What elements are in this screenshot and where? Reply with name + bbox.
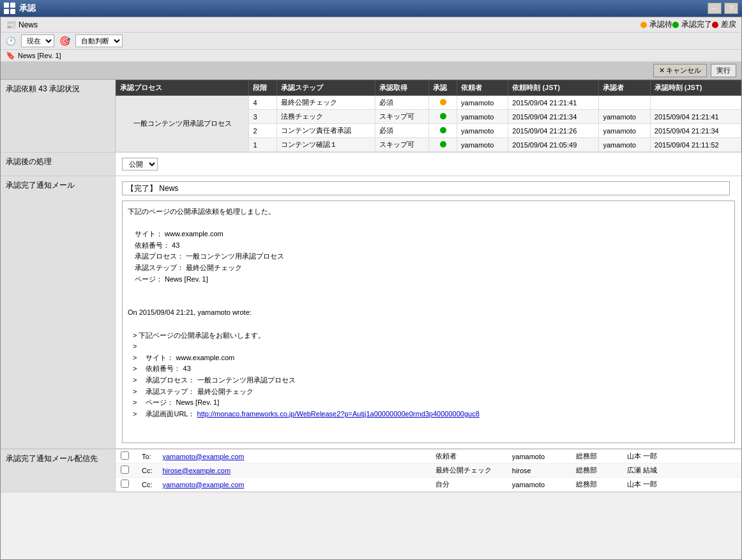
email-body-line bbox=[128, 285, 729, 296]
completion-email-label: 承認完了通知メール bbox=[1, 176, 116, 448]
notif-checkbox-cell[interactable] bbox=[116, 450, 137, 464]
email-subject-input[interactable] bbox=[122, 181, 730, 195]
requester-cell: yamamoto bbox=[457, 138, 508, 152]
required-cell: 必須 bbox=[375, 96, 429, 110]
email-body-line: > ページ： News [Rev. 1] bbox=[133, 397, 729, 409]
done-dot bbox=[672, 22, 679, 28]
request-time-cell: 2015/09/04 21:21:41 bbox=[508, 96, 599, 110]
notif-role-cell: 自分 bbox=[430, 478, 507, 492]
status-dot-cell bbox=[429, 124, 457, 138]
request-time-cell: 2015/09/04 21:21:34 bbox=[508, 110, 599, 124]
post-approval-label: 承認後の処理 bbox=[1, 153, 116, 176]
stage-cell: 4 bbox=[249, 96, 277, 110]
email-body-line: > サイト： www.example.com bbox=[133, 352, 729, 364]
approver-cell: yamamoto bbox=[599, 124, 650, 138]
email-subject-container: 下記のページの公開承認依頼を処理しました。 サイト： www.example.c… bbox=[116, 176, 741, 448]
col-process: 承認プロセス bbox=[116, 80, 249, 96]
auto-select[interactable]: 自動判断 bbox=[75, 34, 123, 47]
required-cell: スキップ可 bbox=[375, 110, 429, 124]
email-body-line: > 依頼番号： 43 bbox=[133, 363, 729, 375]
notification-row: To: yamamoto@example.com 依頼者 yamamoto 総務… bbox=[116, 450, 741, 464]
notif-checkbox[interactable] bbox=[121, 451, 129, 460]
cancel-icon: ✕ bbox=[659, 66, 665, 75]
notif-dept-cell: 総務部 bbox=[571, 464, 622, 478]
notification-label: 承認完了通知メール配信先 bbox=[1, 450, 116, 492]
legend-done: 承認完了 bbox=[672, 19, 712, 30]
approve-time-cell bbox=[650, 96, 741, 110]
status-dot-cell bbox=[429, 110, 457, 124]
rejected-label: 差戻 bbox=[721, 19, 736, 30]
email-body-line bbox=[128, 319, 729, 330]
requester-cell: yamamoto bbox=[457, 110, 508, 124]
email-body-line: > 承認ステップ： 最終公開チェック bbox=[133, 386, 729, 398]
notif-name-cell: 山本 一郎 bbox=[622, 450, 741, 464]
email-body-line bbox=[128, 296, 729, 308]
notification-table: To: yamamoto@example.com 依頼者 yamamoto 総務… bbox=[116, 450, 741, 492]
legend-rejected: 差戻 bbox=[712, 19, 736, 30]
window-title: 承認 bbox=[19, 3, 708, 14]
requester-cell: yamamoto bbox=[457, 96, 508, 110]
toolbar-news[interactable]: 📰 News bbox=[6, 20, 640, 29]
email-body-line: 下記のページの公開承認依頼を処理しました。 bbox=[128, 206, 729, 218]
col-required: 承認取得 bbox=[375, 80, 429, 96]
waiting-dot bbox=[640, 22, 647, 28]
approval-table: 承認プロセス 段階 承認ステップ 承認取得 承認 依頼者 依頼時刻 (JST) … bbox=[116, 80, 741, 152]
col-stage: 段階 bbox=[249, 80, 277, 96]
notif-checkbox-cell[interactable] bbox=[116, 478, 137, 492]
notif-email-cell: hirose@example.com bbox=[158, 464, 430, 478]
notif-email-cell: yamamoto@example.com bbox=[158, 450, 430, 464]
status-dot-cell bbox=[429, 96, 457, 110]
email-body-line: > bbox=[133, 341, 729, 352]
request-time-cell: 2015/09/04 21:05:49 bbox=[508, 138, 599, 152]
email-link[interactable]: yamamoto@example.com bbox=[163, 481, 245, 488]
notif-checkbox[interactable] bbox=[121, 480, 129, 488]
main-window: 📰 News 承認待 承認完了 差戻 🕐 現在 🎯 自動判断 🔖 News [R… bbox=[0, 17, 742, 560]
email-link[interactable]: hirose@example.com bbox=[163, 467, 231, 474]
required-cell: 必須 bbox=[375, 124, 429, 138]
news-icon: 📰 bbox=[6, 20, 16, 29]
notification-table-container: To: yamamoto@example.com 依頼者 yamamoto 総務… bbox=[116, 450, 741, 492]
title-bar: 承認 ─ ? bbox=[0, 0, 742, 17]
done-label: 承認完了 bbox=[681, 19, 712, 30]
col-approver: 承認者 bbox=[599, 80, 650, 96]
approval-status-section: 承認依頼 43 承認状況 承認プロセス 段階 承認ステップ 承認取得 承認 依頼… bbox=[1, 80, 741, 153]
notif-checkbox-cell[interactable] bbox=[116, 464, 137, 478]
notif-name-cell: 山本 一郎 bbox=[622, 478, 741, 492]
col-step: 承認ステップ bbox=[277, 80, 375, 96]
approver-cell: yamamoto bbox=[599, 138, 650, 152]
breadcrumb-text: News [Rev. 1] bbox=[18, 52, 61, 59]
stage-cell: 1 bbox=[249, 138, 277, 152]
email-body-line bbox=[128, 218, 729, 229]
content-area: 承認依頼 43 承認状況 承認プロセス 段階 承認ステップ 承認取得 承認 依頼… bbox=[1, 80, 741, 492]
email-body: 下記のページの公開承認依頼を処理しました。 サイト： www.example.c… bbox=[122, 201, 735, 443]
required-cell: スキップ可 bbox=[375, 138, 429, 152]
status-dot-cell bbox=[429, 138, 457, 152]
notif-username-cell: hirose bbox=[507, 464, 571, 478]
notif-role-cell: 最終公開チェック bbox=[430, 464, 507, 478]
approval-status-label: 承認依頼 43 承認状況 bbox=[1, 80, 116, 152]
post-approval-select[interactable]: 公開 bbox=[122, 158, 158, 170]
approval-url-link[interactable]: http://monaco.frameworks.co.jp/WebReleas… bbox=[197, 410, 480, 418]
target-icon: 🎯 bbox=[59, 36, 70, 46]
help-button[interactable]: ? bbox=[724, 3, 738, 14]
email-body-line: > 承認プロセス： 一般コンテンツ用承認プロセス bbox=[133, 375, 729, 386]
process-name-cell: 一般コンテンツ用承認プロセス bbox=[116, 96, 249, 152]
time-select[interactable]: 現在 bbox=[21, 34, 54, 47]
approve-time-cell: 2015/09/04 21:21:34 bbox=[650, 124, 741, 138]
notif-checkbox[interactable] bbox=[121, 465, 129, 474]
cancel-label: キャンセル bbox=[666, 66, 701, 75]
cancel-button[interactable]: ✕ キャンセル bbox=[653, 64, 707, 77]
step-cell: コンテンツ確認１ bbox=[277, 138, 375, 152]
news-label: News bbox=[19, 20, 38, 29]
email-body-line: 承認プロセス： 一般コンテンツ用承認プロセス bbox=[128, 251, 729, 262]
minimize-button[interactable]: ─ bbox=[708, 3, 722, 14]
execute-label: 実行 bbox=[716, 66, 731, 75]
execute-button[interactable]: 実行 bbox=[711, 64, 736, 77]
col-approval: 承認 bbox=[429, 80, 457, 96]
approve-time-cell: 2015/09/04 21:21:41 bbox=[650, 110, 741, 124]
email-body-line: On 2015/09/04 21:21, yamamoto wrote: bbox=[128, 307, 729, 319]
notif-name-cell: 広瀬 結城 bbox=[622, 464, 741, 478]
email-link[interactable]: yamamoto@example.com bbox=[163, 453, 245, 460]
notif-role-cell: 依頼者 bbox=[430, 450, 507, 464]
app-icon bbox=[4, 3, 15, 14]
